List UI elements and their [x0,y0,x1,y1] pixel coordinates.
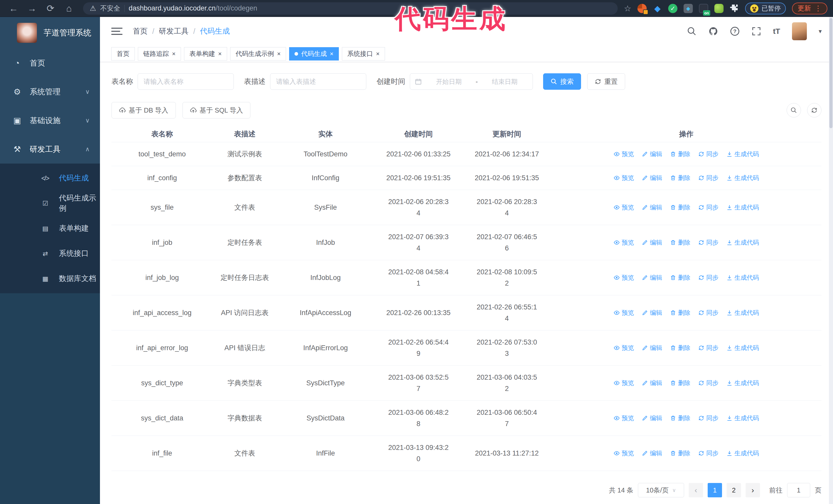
text-size-icon[interactable]: tT [773,27,780,35]
edit-link[interactable]: 编辑 [642,377,662,389]
preview-link[interactable]: 预览 [614,342,634,354]
sync-link[interactable]: 同步 [698,448,719,459]
delete-link[interactable]: 删除 [670,172,690,184]
page-number-button[interactable]: 1 [708,483,722,497]
avatar-caret-icon[interactable]: ▾ [819,28,822,35]
tab-close-icon[interactable]: × [277,51,281,57]
browser-forward-button[interactable]: → [24,2,40,15]
sidebar-item[interactable]: ◔ 首页 [0,49,100,77]
tab-close-icon[interactable]: × [172,51,175,57]
page-tab[interactable]: 系统接口 × [342,47,385,61]
generate-code-link[interactable]: 生成代码 [727,272,759,283]
preview-link[interactable]: 预览 [614,272,634,283]
tab-close-icon[interactable]: × [376,51,380,57]
page-tab[interactable]: 首页 × [111,47,135,61]
edit-link[interactable]: 编辑 [642,342,662,354]
end-date-placeholder[interactable]: 结束日期 [481,77,528,86]
generate-code-link[interactable]: 生成代码 [727,342,759,354]
search-button[interactable]: 搜索 [543,73,581,90]
edit-link[interactable]: 编辑 [642,202,662,213]
scrollbar-thumb[interactable] [829,18,832,128]
user-avatar[interactable] [792,22,807,40]
refresh-table-button[interactable] [807,103,822,117]
delete-link[interactable]: 删除 [670,237,690,248]
sidebar-submenu-item[interactable]: ☑ 代码生成示例 [0,191,100,216]
extension-icon-grid[interactable]: ◆ [684,4,693,13]
preview-link[interactable]: 预览 [614,412,634,424]
sidebar-submenu-item[interactable]: ⇄ 系统接口 [0,241,100,266]
generate-code-link[interactable]: 生成代码 [727,307,759,318]
table-name-input[interactable] [138,73,234,90]
help-icon[interactable]: ? [730,26,740,36]
db-import-button[interactable]: 基于 DB 导入 [112,102,176,118]
prev-page-button[interactable]: ‹ [689,483,703,497]
extension-icon-green-check[interactable]: ✓ [668,4,677,13]
page-tab[interactable]: 表单构建 × [184,47,227,61]
edit-link[interactable]: 编辑 [642,237,662,248]
delete-link[interactable]: 删除 [670,412,690,424]
sync-link[interactable]: 同步 [698,377,719,389]
sync-link[interactable]: 同步 [698,237,719,248]
edit-link[interactable]: 编辑 [642,307,662,318]
generate-code-link[interactable]: 生成代码 [727,202,759,213]
delete-link[interactable]: 删除 [670,448,690,459]
edit-link[interactable]: 编辑 [642,448,662,459]
sidebar-item[interactable]: ⚒ 研发工具 ∧ [0,135,100,164]
sidebar-submenu-item[interactable]: </> 代码生成 [0,166,100,191]
tab-close-icon[interactable]: × [218,51,222,57]
generate-code-link[interactable]: 生成代码 [727,237,759,248]
reset-button[interactable]: 重置 [587,73,625,90]
delete-link[interactable]: 删除 [670,202,690,213]
generate-code-link[interactable]: 生成代码 [727,412,759,424]
profile-paused-badge[interactable]: 已暂停 [745,3,786,14]
page-scrollbar[interactable] [829,17,833,504]
page-tab[interactable]: 代码生成示例 × [230,47,286,61]
extension-icon-orange[interactable] [638,4,647,13]
next-page-button[interactable]: › [745,483,760,497]
browser-home-button[interactable]: ⌂ [61,2,77,15]
preview-link[interactable]: 预览 [614,237,634,248]
security-label[interactable]: 不安全 [100,4,120,13]
date-range-picker[interactable]: 开始日期 - 结束日期 [410,73,533,90]
generate-code-link[interactable]: 生成代码 [727,172,759,184]
page-number-button[interactable]: 2 [727,483,741,497]
edit-link[interactable]: 编辑 [642,172,662,184]
generate-code-link[interactable]: 生成代码 [727,377,759,389]
edit-link[interactable]: 编辑 [642,148,662,160]
sync-link[interactable]: 同步 [698,307,719,318]
sync-link[interactable]: 同步 [698,148,719,160]
sync-link[interactable]: 同步 [698,202,719,213]
breadcrumb-home[interactable]: 首页 [133,26,148,37]
generate-code-link[interactable]: 生成代码 [727,448,759,459]
generate-code-link[interactable]: 生成代码 [727,148,759,160]
collapse-sidebar-button[interactable] [111,26,122,37]
edit-link[interactable]: 编辑 [642,412,662,424]
page-tab[interactable]: 代码生成 × [289,47,339,61]
extensions-puzzle-icon[interactable] [730,4,739,13]
delete-link[interactable]: 删除 [670,148,690,160]
breadcrumb-dev-tools[interactable]: 研发工具 [159,26,189,37]
tab-close-icon[interactable]: × [330,51,333,57]
browser-update-button[interactable]: 更新 ⋮ [792,3,827,14]
sync-link[interactable]: 同步 [698,412,719,424]
sql-import-button[interactable]: 基于 SQL 导入 [183,102,251,118]
sidebar-item[interactable]: ⚙ 系统管理 ∨ [0,77,100,106]
address-bar[interactable]: ⚠ 不安全 dashboard.yudao.iocoder.cn/tool/co… [83,2,618,15]
preview-link[interactable]: 预览 [614,448,634,459]
fullscreen-icon[interactable] [752,26,761,36]
page-tab[interactable]: 链路追踪 × [138,47,181,61]
table-desc-input[interactable] [270,73,366,90]
start-date-placeholder[interactable]: 开始日期 [426,77,472,86]
github-icon[interactable] [709,26,718,36]
bookmark-star-icon[interactable]: ☆ [624,4,631,13]
sidebar-submenu-item[interactable]: ▦ 数据库文档 [0,266,100,291]
edit-link[interactable]: 编辑 [642,272,662,283]
browser-back-button[interactable]: ← [6,2,22,15]
delete-link[interactable]: 删除 [670,342,690,354]
sync-link[interactable]: 同步 [698,272,719,283]
preview-link[interactable]: 预览 [614,377,634,389]
toggle-search-button[interactable] [787,103,801,117]
sidebar-item[interactable]: ▣ 基础设施 ∨ [0,106,100,135]
browser-reload-button[interactable]: ⟳ [43,2,58,15]
goto-page-input[interactable] [787,483,810,497]
